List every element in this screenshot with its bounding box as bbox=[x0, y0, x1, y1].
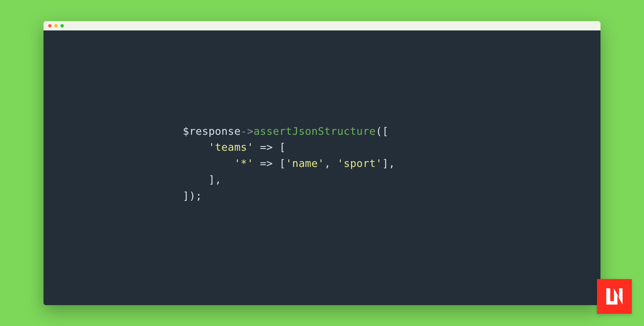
code-line-1: $response->assertJsonStructure([ bbox=[183, 123, 600, 139]
string-token: sport bbox=[343, 157, 376, 169]
window-title-bar bbox=[44, 21, 600, 30]
code-line-5: ]); bbox=[183, 188, 600, 204]
string-token: * bbox=[241, 157, 247, 169]
code-line-4: ], bbox=[183, 172, 600, 188]
quote-token: ' bbox=[286, 157, 292, 169]
punct-token: => [ bbox=[254, 157, 286, 169]
code-line-3: '*' => ['name', 'sport'], bbox=[183, 155, 600, 172]
punct-token: ], bbox=[209, 174, 221, 185]
variable-token: $response bbox=[183, 125, 241, 137]
operator-token: -> bbox=[241, 125, 254, 137]
quote-token: ' bbox=[376, 157, 382, 169]
indent bbox=[183, 174, 209, 185]
quote-token: ' bbox=[247, 157, 254, 169]
code-block: $response->assertJsonStructure([ 'teams'… bbox=[44, 30, 600, 204]
indent bbox=[183, 141, 209, 153]
code-line-2: 'teams' => [ bbox=[183, 139, 600, 155]
quote-token: ' bbox=[337, 157, 343, 169]
quote-token: ' bbox=[209, 141, 215, 153]
quote-token: ' bbox=[234, 157, 240, 169]
code-editor-window: $response->assertJsonStructure([ 'teams'… bbox=[44, 21, 600, 305]
punct-token: ]); bbox=[183, 190, 202, 202]
punct-token: => [ bbox=[254, 141, 286, 153]
maximize-icon[interactable] bbox=[60, 24, 64, 28]
laravel-news-logo bbox=[597, 279, 632, 314]
method-token: assertJsonStructure bbox=[254, 125, 376, 137]
close-icon[interactable] bbox=[48, 24, 52, 28]
quote-token: ' bbox=[318, 157, 324, 169]
punct-token: ], bbox=[382, 157, 395, 169]
string-token: teams bbox=[215, 141, 247, 153]
punct-token: ([ bbox=[376, 125, 388, 137]
indent bbox=[183, 157, 234, 169]
quote-token: ' bbox=[247, 141, 254, 153]
ln-logo-icon bbox=[603, 285, 626, 308]
minimize-icon[interactable] bbox=[54, 24, 58, 28]
punct-token: , bbox=[324, 157, 337, 169]
string-token: name bbox=[292, 157, 318, 169]
